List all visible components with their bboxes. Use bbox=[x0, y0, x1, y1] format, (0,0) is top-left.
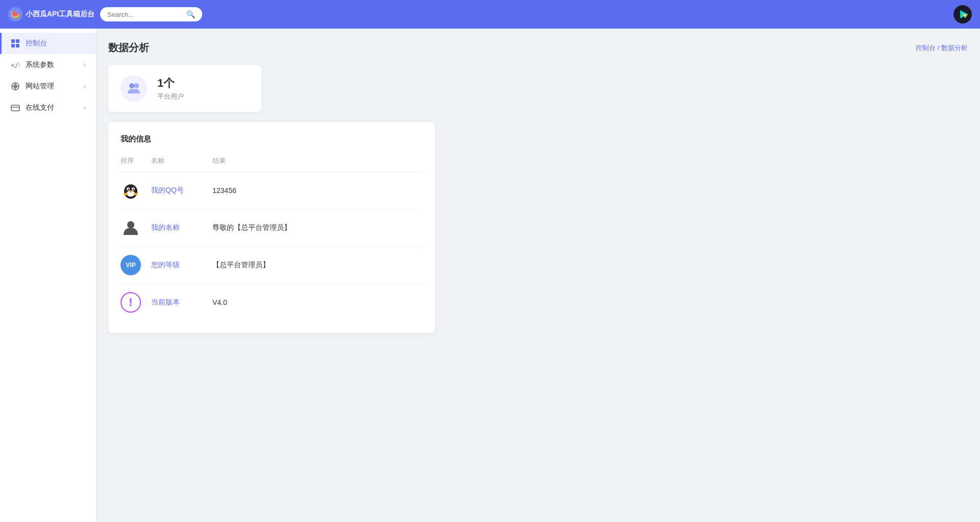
breadcrumb-separator: / bbox=[938, 44, 941, 52]
sidebar-item-system-params-label: 系统参数 bbox=[26, 60, 84, 69]
svg-rect-6 bbox=[11, 44, 15, 48]
row-icon-vip: VIP bbox=[121, 255, 141, 275]
row-link-user[interactable]: 我的名称 bbox=[151, 223, 180, 231]
table-row: VIP您的等级【总平台管理员】 bbox=[121, 247, 423, 284]
svg-rect-4 bbox=[11, 39, 15, 43]
row-name-cell[interactable]: 我的名称 bbox=[151, 209, 212, 247]
svg-point-23 bbox=[133, 188, 134, 190]
table-row: 我的QQ号123456 bbox=[121, 172, 423, 209]
row-value-cell: 【总平台管理员】 bbox=[212, 247, 423, 284]
sidebar-item-online-payment[interactable]: 在线支付 › bbox=[0, 97, 96, 118]
row-link-qq[interactable]: 我的QQ号 bbox=[151, 186, 184, 194]
logo-text: 小西瓜API工具箱后台 bbox=[26, 10, 94, 19]
row-name-cell[interactable]: 当前版本 bbox=[151, 284, 212, 321]
row-icon-cell bbox=[121, 209, 151, 247]
layout: 控制台 </> 系统参数 › 网站管理 › 在线支付 › 数据分析 bbox=[0, 29, 980, 522]
svg-rect-13 bbox=[11, 105, 19, 111]
search-input[interactable] bbox=[107, 11, 182, 18]
stats-card: 1个 平台用户 bbox=[108, 65, 261, 112]
svg-rect-7 bbox=[16, 44, 19, 48]
svg-point-25 bbox=[124, 193, 128, 196]
row-value-cell: V4.0 bbox=[212, 284, 423, 321]
logo: 🍉 小西瓜API工具箱后台 bbox=[8, 7, 100, 21]
info-card: 我的信息 排序 名称 结果 bbox=[108, 122, 435, 333]
col-order: 排序 bbox=[121, 152, 151, 172]
system-params-icon: </> bbox=[10, 60, 20, 69]
logo-icon: 🍉 bbox=[8, 7, 22, 21]
sidebar-item-system-params[interactable]: </> 系统参数 › bbox=[0, 54, 96, 76]
svg-text:</>: </> bbox=[11, 61, 20, 69]
row-icon-user bbox=[121, 218, 141, 238]
svg-point-15 bbox=[129, 83, 134, 88]
svg-point-16 bbox=[134, 83, 139, 88]
dashboard-icon bbox=[10, 39, 20, 48]
svg-rect-5 bbox=[16, 39, 19, 43]
search-bar[interactable]: 🔍 bbox=[100, 7, 202, 21]
header-right bbox=[953, 5, 972, 23]
sidebar-item-dashboard-label: 控制台 bbox=[26, 39, 86, 48]
page-title: 数据分析 bbox=[108, 41, 149, 55]
table-row: 我的名称尊敬的【总平台管理员】 bbox=[121, 209, 423, 247]
system-params-arrow-icon: › bbox=[84, 61, 86, 68]
col-name: 名称 bbox=[151, 152, 212, 172]
search-icon: 🔍 bbox=[186, 10, 195, 18]
sidebar: 控制台 </> 系统参数 › 网站管理 › 在线支付 › bbox=[0, 29, 96, 522]
app-logo-icon[interactable] bbox=[953, 5, 972, 23]
row-link-vip[interactable]: 您的等级 bbox=[151, 260, 180, 269]
header: 🍉 小西瓜API工具箱后台 🔍 bbox=[0, 0, 980, 29]
row-icon-cell: VIP bbox=[121, 247, 151, 284]
row-value-cell: 尊敬的【总平台管理员】 bbox=[212, 209, 423, 247]
row-value-cell: 123456 bbox=[212, 172, 423, 209]
breadcrumb-home: 控制台 bbox=[916, 44, 936, 52]
info-card-title: 我的信息 bbox=[121, 134, 423, 144]
sidebar-item-online-payment-label: 在线支付 bbox=[26, 103, 84, 112]
row-link-version[interactable]: 当前版本 bbox=[151, 298, 180, 306]
stats-number: 1个 bbox=[157, 76, 175, 91]
sidebar-item-dashboard[interactable]: 控制台 bbox=[0, 33, 96, 54]
main-content: 数据分析 控制台 / 数据分析 1个 平台用户 bbox=[96, 29, 980, 522]
row-icon-version: ! bbox=[121, 292, 141, 313]
row-icon-cell bbox=[121, 172, 151, 209]
svg-point-24 bbox=[129, 191, 132, 193]
sidebar-item-website-manage[interactable]: 网站管理 › bbox=[0, 76, 96, 97]
breadcrumb-row: 数据分析 控制台 / 数据分析 bbox=[108, 41, 968, 55]
row-icon-cell: ! bbox=[121, 284, 151, 321]
row-name-cell[interactable]: 您的等级 bbox=[151, 247, 212, 284]
svg-point-22 bbox=[128, 188, 129, 190]
row-icon-qq bbox=[121, 180, 141, 201]
stats-info: 1个 平台用户 bbox=[157, 76, 184, 101]
col-result: 结果 bbox=[212, 152, 423, 172]
website-manage-icon bbox=[10, 82, 20, 91]
row-name-cell[interactable]: 我的QQ号 bbox=[151, 172, 212, 209]
breadcrumb-current: 数据分析 bbox=[941, 44, 968, 52]
sidebar-item-website-manage-label: 网站管理 bbox=[26, 82, 84, 91]
stats-label: 平台用户 bbox=[157, 92, 184, 101]
online-payment-icon bbox=[10, 103, 20, 112]
svg-point-26 bbox=[134, 193, 138, 196]
website-manage-arrow-icon: › bbox=[84, 83, 86, 90]
svg-point-27 bbox=[127, 221, 134, 228]
stats-icon bbox=[121, 75, 147, 102]
info-table: 排序 名称 结果 我的QQ号123456我的名称尊敬的【总平台管理员】VIP您的… bbox=[121, 152, 423, 321]
table-row: !当前版本V4.0 bbox=[121, 284, 423, 321]
breadcrumb: 控制台 / 数据分析 bbox=[916, 43, 968, 53]
play-icon bbox=[953, 5, 972, 23]
online-payment-arrow-icon: › bbox=[84, 104, 86, 111]
